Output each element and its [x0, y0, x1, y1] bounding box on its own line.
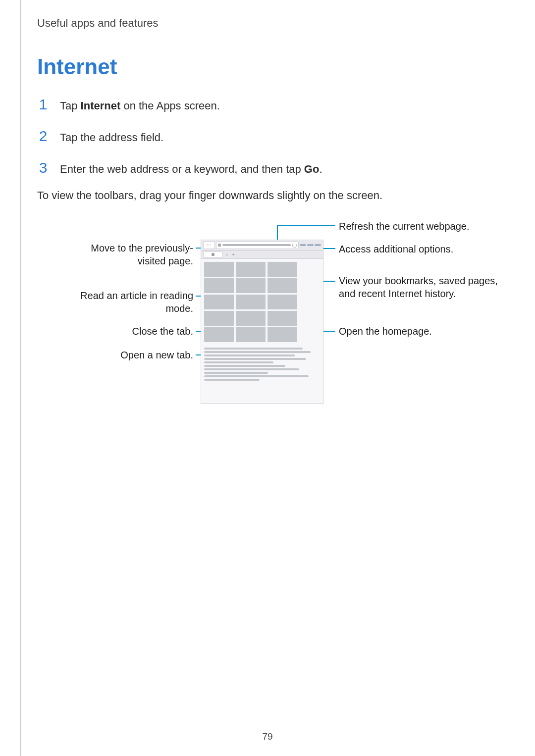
webpage-content: [201, 259, 323, 385]
address-text-placeholder: [222, 244, 291, 246]
callout-nav: Move to the previously-visited page.: [74, 242, 193, 267]
browser-window: ‹ › × +: [201, 240, 323, 404]
nav-buttons[interactable]: ‹ ›: [203, 241, 215, 249]
refresh-icon: [292, 243, 297, 248]
callout-new-tab: Open a new tab.: [74, 349, 193, 361]
browser-toolbar: ‹ ›: [201, 240, 323, 251]
reader-mode-icon: [218, 244, 221, 247]
annotated-screenshot: Refresh the current webpage. Access addi…: [37, 220, 500, 423]
new-tab-icon[interactable]: +: [231, 252, 236, 257]
page-number: 79: [0, 731, 535, 742]
steps-list: 1 Tap Internet on the Apps screen. 2 Tap…: [37, 94, 500, 178]
step-text: Tap the address field.: [60, 130, 163, 146]
callout-reader: Read an article in reading mode.: [74, 289, 193, 315]
step-item: 1 Tap Internet on the Apps screen.: [37, 94, 500, 115]
step-number: 3: [37, 157, 49, 178]
callout-close-tab: Close the tab.: [74, 325, 193, 338]
tab-favicon: [212, 253, 214, 256]
page-content: Useful apps and features Internet 1 Tap …: [0, 0, 535, 423]
address-bar[interactable]: [216, 241, 299, 249]
step-number: 1: [37, 94, 49, 115]
back-icon: ‹: [207, 243, 209, 247]
forward-icon: ›: [210, 243, 211, 247]
callout-refresh: Refresh the current webpage.: [339, 220, 502, 233]
section-title: Internet: [37, 54, 500, 79]
leader-line: [277, 225, 335, 226]
homepage-icon[interactable]: [300, 244, 306, 246]
browser-tab[interactable]: [203, 252, 223, 258]
step-text: Tap Internet on the Apps screen.: [60, 99, 220, 114]
page-margin-rule: [20, 0, 21, 756]
bookmarks-icon[interactable]: [307, 244, 314, 246]
step-item: 2 Tap the address field.: [37, 126, 500, 147]
callout-options: Access additional options.: [339, 243, 502, 255]
tab-bar: × +: [201, 251, 323, 259]
step-text: Enter the web address or a keyword, and …: [60, 162, 322, 177]
step-item: 3 Enter the web address or a keyword, an…: [37, 157, 500, 178]
step-number: 2: [37, 126, 49, 147]
close-tab-icon[interactable]: ×: [225, 252, 229, 256]
running-header: Useful apps and features: [37, 17, 500, 30]
body-paragraph: To view the toolbars, drag your finger d…: [37, 189, 500, 202]
more-options-icon[interactable]: [315, 244, 321, 246]
callout-homepage: Open the homepage.: [339, 325, 502, 338]
callout-bookmarks: View your bookmarks, saved pages, and re…: [339, 274, 502, 300]
